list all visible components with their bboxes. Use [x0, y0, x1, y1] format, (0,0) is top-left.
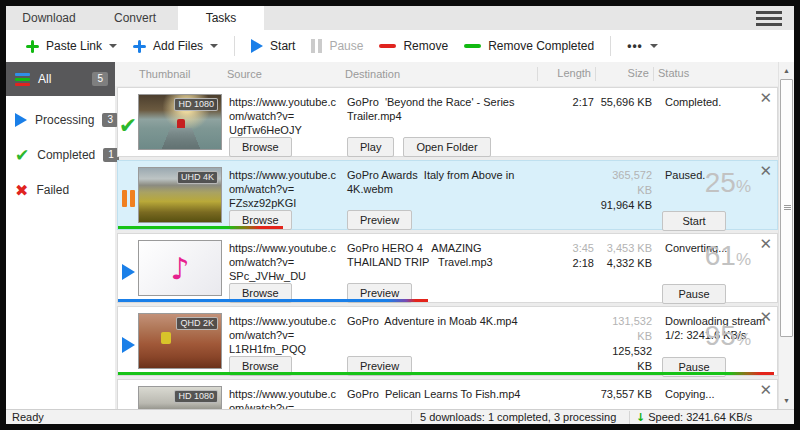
sidebar-item-failed[interactable]: ✖ Failed	[6, 175, 115, 205]
size-value: 91,964 KB	[601, 199, 652, 211]
toolbar: Paste Link Add Files Start Pause Remove …	[6, 30, 794, 62]
resolution-badge: HD 1080	[174, 98, 218, 111]
scroll-up-icon[interactable]: ▲	[779, 63, 794, 78]
open-folder-button[interactable]: Open Folder	[403, 137, 490, 157]
download-speed-icon: ↓	[636, 411, 645, 424]
add-files-label: Add Files	[153, 39, 203, 53]
sidebar: All 5 Processing 3 ✔ Completed 1 ✖ Faile…	[6, 62, 115, 409]
play-button[interactable]: Play	[347, 137, 394, 157]
header-length: Length	[537, 67, 595, 81]
progress-bar	[118, 372, 774, 375]
close-icon[interactable]: ✕	[759, 90, 772, 106]
pause-label: Pause	[329, 39, 363, 53]
processing-icon	[15, 113, 27, 127]
close-icon[interactable]: ✕	[759, 163, 772, 179]
remove-button[interactable]: Remove	[371, 35, 456, 57]
menu-icon[interactable]	[756, 6, 782, 30]
length-value: 2:17	[573, 96, 594, 108]
size-value: 55,696 KB	[601, 96, 652, 108]
audio-thumbnail: ♪	[138, 240, 222, 296]
sidebar-item-label: Failed	[36, 183, 69, 197]
resolution-badge: QHD 2K	[176, 317, 218, 330]
more-icon: •••	[627, 39, 643, 53]
progress-percent: 95%	[705, 329, 751, 347]
source-url-id: UgfTw6HeOJY	[229, 123, 340, 137]
add-files-button[interactable]: Add Files	[125, 35, 226, 57]
size-total: 365,572 KB	[612, 169, 652, 196]
size-total: 3,453 KB	[607, 242, 652, 254]
start-button[interactable]: Start	[243, 35, 303, 57]
remove-label: Remove	[403, 39, 448, 53]
task-list-panel: Thumbnail Source Destination Length Size…	[115, 62, 794, 409]
source-url-id: SPc_JVHw_DU	[229, 269, 340, 283]
list-header: Thumbnail Source Destination Length Size…	[115, 62, 778, 86]
tab-tasks[interactable]: Tasks	[178, 6, 264, 30]
resolution-badge: UHD 4K	[177, 171, 218, 184]
start-label: Start	[270, 39, 295, 53]
chevron-down-icon	[650, 44, 658, 48]
size-value: 73,557 KB	[601, 388, 652, 400]
status-ready: Ready	[6, 411, 411, 423]
paste-link-button[interactable]: Paste Link	[18, 35, 125, 57]
destination-file: GoPro Awards Italy from Above in 4K.webm	[347, 168, 536, 196]
plus-icon	[26, 40, 39, 53]
tab-download[interactable]: Download	[6, 6, 92, 30]
length-value: 2:18	[573, 257, 594, 269]
chevron-down-icon[interactable]	[109, 44, 117, 48]
progress-percent: 25%	[705, 176, 751, 194]
sidebar-item-all[interactable]: All 5	[6, 62, 115, 96]
remove-completed-label: Remove Completed	[488, 39, 594, 53]
task-row[interactable]: QHD 2K https://www.youtube.com/watch?v= …	[117, 306, 778, 376]
destination-file: GoPro 'Beyond the Race' - Series Trailer…	[347, 95, 536, 123]
close-icon[interactable]: ✕	[759, 382, 772, 398]
scroll-down-icon[interactable]: ▼	[779, 393, 794, 408]
preview-button[interactable]: Preview	[347, 210, 412, 230]
vertical-scrollbar[interactable]: ▲ ▼	[778, 62, 794, 409]
destination-file: GoPro HERO 4 AMAZING THAILAND TRIP Trave…	[347, 241, 536, 269]
count-badge: 5	[92, 72, 108, 86]
sidebar-item-completed[interactable]: ✔ Completed 1	[6, 140, 115, 170]
paused-icon	[122, 190, 135, 207]
task-row[interactable]: ✔ HD 1080 https://www.youtube.com/watch?…	[117, 87, 778, 157]
sidebar-item-label: All	[38, 72, 51, 86]
all-tasks-icon	[15, 73, 30, 86]
task-row[interactable]: ♪ https://www.youtube.com/watch?v= SPc_J…	[117, 233, 778, 303]
resolution-badge: HD 1080	[174, 390, 218, 403]
header-thumbnail: Thumbnail	[135, 68, 223, 80]
task-list: ✔ HD 1080 https://www.youtube.com/watch?…	[115, 86, 778, 409]
status-text: Completed.	[665, 96, 721, 108]
close-icon[interactable]: ✕	[759, 236, 772, 252]
source-url: https://www.youtube.com/watch?v=	[229, 95, 340, 123]
remove-completed-icon	[464, 44, 481, 48]
header-size: Size	[595, 67, 653, 81]
remove-completed-button[interactable]: Remove Completed	[456, 35, 602, 57]
music-note-icon: ♪	[170, 251, 189, 286]
task-row[interactable]: HD 1080 https://www.youtube.com/watch?v=…	[117, 379, 778, 409]
processing-icon	[122, 337, 135, 353]
more-button[interactable]: •••	[619, 35, 666, 57]
tab-bar: Download Convert Tasks	[6, 6, 794, 30]
toolbar-separator	[610, 36, 611, 56]
browse-button[interactable]: Browse	[229, 137, 292, 157]
close-icon[interactable]: ✕	[759, 309, 772, 325]
source-url: https://www.youtube.com/watch?v=	[229, 314, 340, 342]
sidebar-item-processing[interactable]: Processing 3	[6, 105, 115, 135]
play-icon	[251, 39, 263, 53]
source-url: https://www.youtube.com/watch?v=	[229, 241, 340, 269]
start-button[interactable]: Start	[662, 211, 726, 231]
content-area: All 5 Processing 3 ✔ Completed 1 ✖ Faile…	[6, 62, 794, 409]
source-url-id: L1RH1fm_PQQ	[229, 342, 340, 356]
task-row[interactable]: UHD 4K https://www.youtube.com/watch?v= …	[117, 160, 778, 230]
paste-link-label: Paste Link	[46, 39, 102, 53]
toolbar-separator	[234, 36, 235, 56]
pause-button[interactable]: Pause	[303, 35, 371, 57]
pause-button[interactable]: Pause	[662, 284, 726, 304]
header-status: Status	[653, 67, 778, 81]
length-total: 3:45	[573, 242, 594, 254]
source-url-id: FZsxz92pKGI	[229, 196, 340, 210]
tab-convert[interactable]: Convert	[92, 6, 178, 30]
status-bar: Ready 5 downloads: 1 completed, 3 proces…	[6, 409, 794, 424]
scrollbar-thumb[interactable]	[780, 79, 793, 337]
video-thumbnail: HD 1080	[138, 94, 222, 150]
chevron-down-icon[interactable]	[210, 44, 218, 48]
